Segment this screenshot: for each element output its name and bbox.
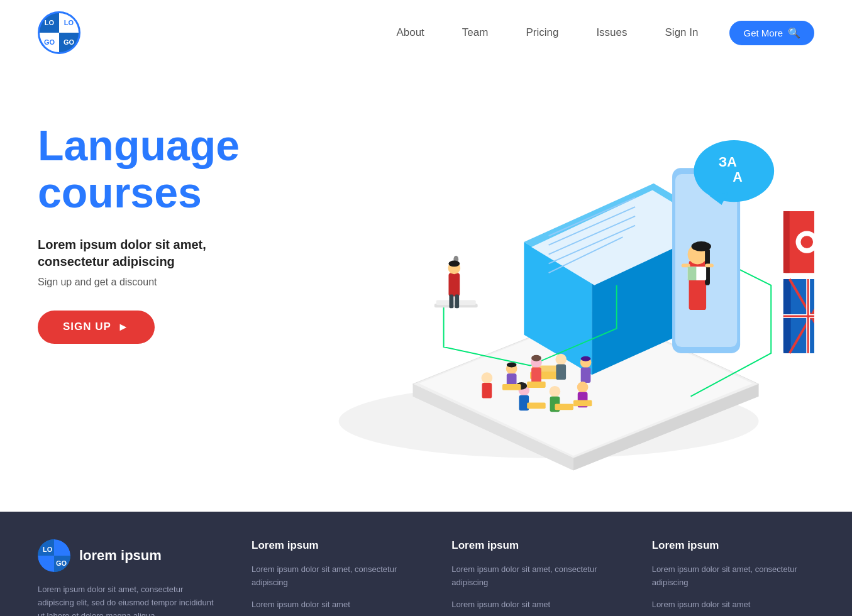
footer-brand: LO LO GO GO lorem ipsum Lorem ipsum dolo… (38, 539, 214, 616)
svg-point-88 (577, 382, 589, 393)
footer-col-1: Lorem ipsum Lorem ipsum dolor sit amet, … (252, 539, 414, 616)
hero-illustration: ЗА A (289, 84, 814, 474)
svg-text:LO: LO (43, 546, 53, 553)
svg-text:LO: LO (56, 546, 66, 553)
navbar: LO LO GO GO About Team Pricing Issues Si… (0, 0, 852, 65)
footer-col2-text1: Lorem ipsum dolor sit amet, consectetur … (451, 563, 614, 590)
svg-point-81 (482, 372, 493, 383)
footer-logo-row: LO LO GO GO lorem ipsum (38, 539, 214, 572)
search-icon: 🔍 (788, 27, 800, 39)
svg-text:ЗА: ЗА (719, 154, 738, 170)
nav-link-pricing[interactable]: Pricing (526, 26, 558, 38)
svg-rect-32 (705, 263, 714, 267)
logo-bl: GO (40, 33, 59, 52)
footer-col3-text1: Lorem ipsum dolor sit amet, consectetur … (652, 563, 814, 590)
svg-rect-77 (556, 365, 566, 380)
footer-col3-title: Lorem ipsum (652, 539, 814, 552)
nav-link-about[interactable]: About (396, 26, 424, 38)
hero-section: Language courses Lorem ipsum dolor sit a… (0, 65, 852, 474)
footer-col3-text2: Lorem ipsum dolor sit amet (652, 598, 814, 612)
nav-link-team[interactable]: Team (462, 26, 489, 38)
svg-rect-91 (527, 382, 545, 388)
svg-rect-36 (783, 211, 790, 273)
hero-title: Language courses (38, 122, 277, 216)
svg-point-22 (448, 261, 460, 267)
svg-rect-82 (482, 383, 492, 399)
footer-col-2: Lorem ipsum Lorem ipsum dolor sit amet, … (451, 539, 614, 616)
nav-item-signin[interactable]: Sign In (665, 26, 699, 39)
nav-item-team[interactable]: Team (462, 26, 489, 39)
svg-rect-90 (502, 384, 521, 390)
svg-rect-80 (581, 367, 591, 383)
svg-point-86 (550, 386, 561, 397)
svg-point-71 (507, 363, 517, 368)
svg-rect-93 (555, 404, 573, 410)
get-more-button[interactable]: Get More 🔍 (729, 21, 814, 45)
footer-brand-name: lorem ipsum (79, 547, 162, 564)
signup-label: SIGN UP (63, 321, 111, 333)
logo-tr: LO (59, 13, 79, 33)
svg-text:A: A (733, 169, 743, 185)
svg-rect-24 (455, 295, 459, 309)
svg-point-79 (581, 356, 591, 361)
svg-rect-92 (527, 402, 545, 409)
svg-rect-20 (448, 273, 460, 296)
footer-logo: LO LO GO GO (38, 539, 70, 572)
get-more-label: Get More (743, 28, 783, 38)
svg-rect-34 (688, 267, 697, 280)
nav-links: About Team Pricing Issues Sign In (396, 26, 698, 39)
hero-subtitle: Lorem ipsum dolor sit amet,consectetur a… (38, 236, 277, 270)
nav-link-issues[interactable]: Issues (596, 26, 627, 38)
svg-text:GO: GO (56, 559, 67, 567)
svg-rect-75 (531, 367, 541, 383)
illustration-svg: ЗА A (289, 84, 814, 474)
footer-col2-title: Lorem ipsum (451, 539, 614, 552)
footer-col1-title: Lorem ipsum (252, 539, 414, 552)
svg-point-38 (800, 236, 813, 248)
signup-button[interactable]: SIGN UP ► (38, 311, 155, 344)
svg-point-74 (531, 355, 541, 361)
footer-brand-desc: Lorem ipsum dolor sit amet, consectetur … (38, 583, 214, 616)
svg-point-76 (555, 354, 567, 365)
logo-br: GO (59, 33, 79, 52)
footer-col2-text2: Lorem ipsum dolor sit amet (451, 598, 614, 612)
footer-col1-text1: Lorem ipsum dolor sit amet, consectetur … (252, 563, 414, 590)
svg-rect-94 (573, 400, 592, 407)
hero-text: Language courses Lorem ipsum dolor sit a… (38, 84, 277, 344)
logo-tl: LO (40, 13, 59, 33)
footer-col1-text2: Lorem ipsum dolor sit amet (252, 598, 414, 612)
svg-text:GO: GO (43, 559, 54, 567)
arrow-icon: ► (118, 321, 130, 334)
svg-rect-23 (449, 295, 453, 309)
hero-title-line1: Language (38, 121, 240, 169)
footer: LO LO GO GO lorem ipsum Lorem ipsum dolo… (0, 512, 852, 616)
nav-link-signin[interactable]: Sign In (665, 26, 699, 38)
nav-item-about[interactable]: About (396, 26, 424, 39)
nav-item-issues[interactable]: Issues (596, 26, 627, 39)
footer-col-3: Lorem ipsum Lorem ipsum dolor sit amet, … (652, 539, 814, 616)
hero-title-line2: courses (38, 168, 202, 216)
logo[interactable]: LO LO GO GO (38, 11, 80, 54)
hero-description: Sign up and get a discount (38, 277, 277, 288)
nav-item-pricing[interactable]: Pricing (526, 26, 558, 39)
